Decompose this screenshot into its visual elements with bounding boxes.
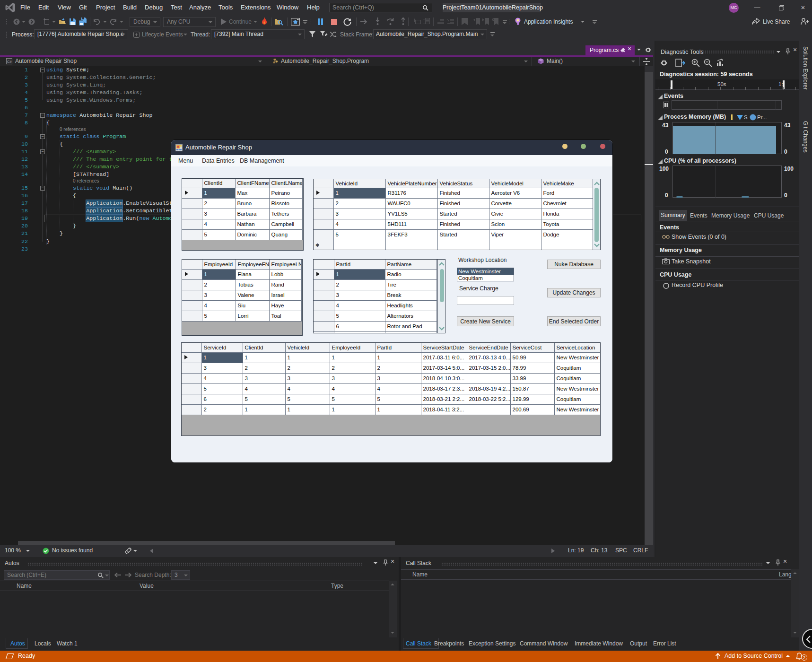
svg-text:C#: C#	[7, 60, 12, 64]
